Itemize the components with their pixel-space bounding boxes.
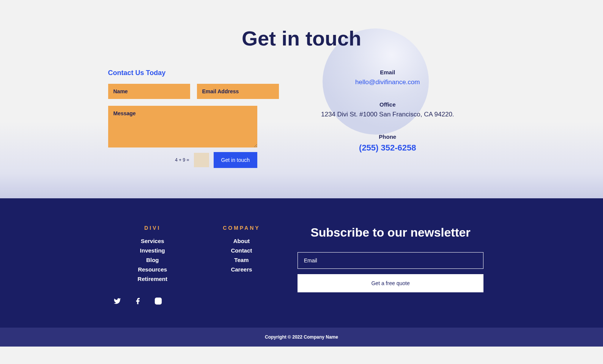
phone-label: Phone <box>280 133 495 140</box>
captcha-input[interactable] <box>194 153 209 167</box>
copyright-bar: Copyright © 2022 Company Name <box>0 328 603 347</box>
svg-point-2 <box>160 299 161 300</box>
newsletter-title: Subscribe to our newsletter <box>298 225 484 241</box>
phone-number: (255) 352-6258 <box>280 143 495 153</box>
footer-link-retirement[interactable]: Retirement <box>108 276 197 282</box>
footer-link-team[interactable]: Team <box>197 257 286 263</box>
footer-newsletter-column: Subscribe to our newsletter Get a free q… <box>286 225 495 305</box>
message-field[interactable] <box>108 106 258 147</box>
contact-section: Contact Us Today 4 + 9 = Get in touch Em… <box>97 69 507 198</box>
page-title: Get in touch <box>0 0 603 50</box>
footer-link-resources[interactable]: Resources <box>108 266 197 273</box>
instagram-icon[interactable] <box>154 297 162 305</box>
contact-heading: Contact Us Today <box>108 69 258 77</box>
footer-company-column: COMPANY About Contact Team Careers <box>197 225 286 305</box>
footer-link-investing[interactable]: Investing <box>108 247 197 254</box>
footer-company-label: COMPANY <box>197 225 286 231</box>
footer-divi-label: DIVI <box>108 225 197 231</box>
email-label: Email <box>280 69 495 75</box>
facebook-icon[interactable] <box>134 297 142 305</box>
get-in-touch-button[interactable]: Get in touch <box>214 152 258 168</box>
contact-info-column: Email hello@divifinance.com Office 1234 … <box>269 69 506 168</box>
newsletter-email-field[interactable] <box>298 252 484 269</box>
twitter-icon[interactable] <box>113 297 121 305</box>
svg-point-1 <box>157 300 159 303</box>
office-address: 1234 Divi St. #1000 San Francisco, CA 94… <box>280 111 495 118</box>
email-field[interactable] <box>197 84 279 99</box>
office-label: Office <box>280 101 495 108</box>
contact-form-column: Contact Us Today 4 + 9 = Get in touch <box>97 69 269 168</box>
footer-divi-column: DIVI Services Investing Blog Resources R… <box>108 225 197 305</box>
captcha-question: 4 + 9 = <box>175 157 189 163</box>
email-link[interactable]: hello@divifinance.com <box>280 78 495 86</box>
footer: DIVI Services Investing Blog Resources R… <box>0 198 603 328</box>
footer-link-about[interactable]: About <box>197 238 286 244</box>
footer-link-contact[interactable]: Contact <box>197 247 286 254</box>
footer-link-careers[interactable]: Careers <box>197 266 286 273</box>
name-field[interactable] <box>108 84 190 99</box>
get-quote-button[interactable]: Get a free quote <box>298 274 484 292</box>
footer-link-blog[interactable]: Blog <box>108 257 197 263</box>
footer-link-services[interactable]: Services <box>108 238 197 244</box>
social-icons <box>108 297 197 305</box>
